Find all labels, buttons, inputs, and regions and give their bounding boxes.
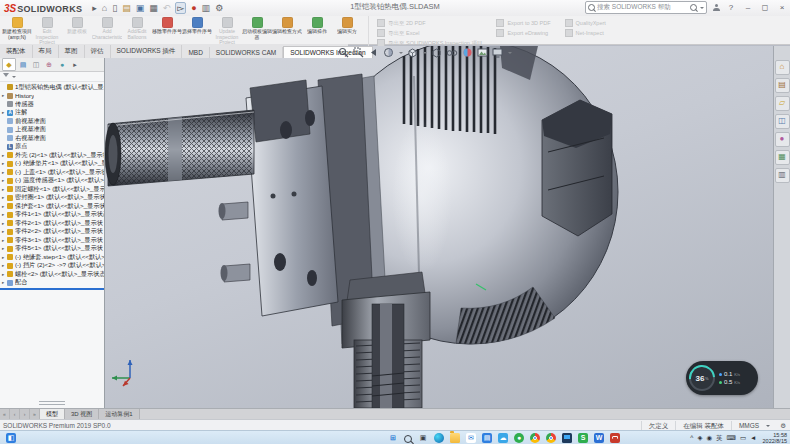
network-speed-widget[interactable]: 36 % 0.1 K/s 0.5 K/s bbox=[686, 361, 758, 395]
tab-mbd[interactable]: MBD bbox=[182, 47, 209, 58]
rollback-bar[interactable] bbox=[0, 288, 104, 290]
search-box[interactable]: 搜索 SOLIDWORKS 帮助 bbox=[585, 1, 707, 14]
tab-evaluate[interactable]: 评估 bbox=[85, 45, 111, 58]
tab-sketch[interactable]: 草图 bbox=[59, 45, 85, 58]
model-canvas[interactable] bbox=[104, 46, 773, 408]
filter-caret-icon[interactable] bbox=[12, 76, 16, 80]
tree-item-origin[interactable]: L 原点 bbox=[0, 143, 104, 152]
tray-ime-indicator[interactable]: 英 bbox=[716, 431, 723, 444]
zoom-to-fit-icon[interactable] bbox=[338, 47, 349, 58]
login-icon[interactable] bbox=[712, 4, 720, 12]
tray-chevron-up[interactable]: ^ bbox=[690, 431, 693, 444]
units-caret-icon[interactable] bbox=[766, 425, 770, 429]
previous-view-icon[interactable] bbox=[368, 47, 379, 58]
taskbar-remote-desktop-button[interactable] bbox=[562, 433, 572, 443]
tree-item-component[interactable]: ▸ 密封圈<1> (默认<<默认>_显示状 bbox=[0, 194, 104, 203]
model-right-fitting[interactable] bbox=[542, 100, 612, 236]
tree-root-assembly[interactable]: 1型铠装铂热电偶 (默认<默认_显示状态-1 bbox=[0, 83, 104, 92]
tree-item-right-plane[interactable]: 右视基准面 bbox=[0, 134, 104, 143]
new-template-button[interactable]: 新建模板 bbox=[62, 16, 92, 47]
taskbar-chrome2-button[interactable] bbox=[546, 433, 556, 443]
add-characteristic-button[interactable]: Add Characteristic bbox=[92, 16, 122, 47]
taskpane-scenes-tab[interactable]: ▦ bbox=[775, 150, 790, 165]
launch-template-editor-button[interactable]: 启动模板编辑器 bbox=[242, 16, 272, 47]
tab-addins[interactable]: SOLIDWORKS 插件 bbox=[111, 45, 183, 58]
view-settings-caret-icon[interactable] bbox=[508, 52, 512, 56]
taskbar-app-green-button[interactable]: ● bbox=[514, 433, 524, 443]
help-button[interactable]: ? bbox=[725, 1, 737, 14]
model-probe-shaft[interactable] bbox=[105, 110, 254, 186]
add-edit-balloons-button[interactable]: Add/Edit Balloons bbox=[122, 16, 152, 47]
tree-item-front-plane[interactable]: 前视基准面 bbox=[0, 117, 104, 126]
tree-item-sensors[interactable]: 传感器 bbox=[0, 100, 104, 109]
model-bottom-stem[interactable] bbox=[342, 272, 430, 408]
taskpane-resources-tab[interactable]: ⌂ bbox=[775, 60, 790, 75]
tree-item-component[interactable]: ▸ 零件2<1> (默认<<默认>_显示状 bbox=[0, 219, 104, 228]
taskpane-view-palette-tab[interactable]: ◫ bbox=[775, 114, 790, 129]
tree-item-component[interactable]: ▸ 零件5<1> (默认<<默认>_显示状 bbox=[0, 245, 104, 254]
taskpane-file-explorer-tab[interactable]: ▱ bbox=[775, 96, 790, 111]
tree-item-component[interactable]: ▸ 螺栓<2> (默认<<默认>_显示状态 bbox=[0, 270, 104, 279]
export-excel-button[interactable]: 导出至 Excel bbox=[377, 29, 482, 37]
tree-item-component[interactable]: ▸ (-) 温度传感器<1> (默认<<默认>_ bbox=[0, 177, 104, 186]
tree-item-component[interactable]: ▸ 零件2<2> (默认<<默认>_显示状 bbox=[0, 228, 104, 237]
tray-display-icon[interactable]: ▭ bbox=[740, 431, 746, 444]
undo-icon[interactable]: ↶ bbox=[163, 3, 171, 13]
tab-assembly[interactable]: 装配体 bbox=[0, 45, 33, 58]
file-properties-icon[interactable]: ▥ bbox=[202, 3, 211, 13]
print-icon[interactable]: ▦ bbox=[149, 3, 158, 13]
dimxpertmanager-tab[interactable]: ⊕ bbox=[43, 59, 55, 70]
options-gear-icon[interactable]: ⚙ bbox=[215, 3, 223, 13]
tray-keyboard-icon[interactable]: ⌨ bbox=[727, 431, 736, 444]
panel-splitter-handle[interactable] bbox=[0, 398, 104, 408]
taskbar-search-button[interactable] bbox=[404, 435, 412, 443]
tab-layout[interactable]: 布局 bbox=[33, 45, 59, 58]
section-view-icon[interactable] bbox=[383, 47, 394, 58]
open-file-icon[interactable]: ▤ bbox=[122, 3, 131, 13]
export-3d-pdf-button[interactable]: Export to 3D PDF bbox=[496, 19, 550, 27]
tree-item-history[interactable]: ▸ History bbox=[0, 92, 104, 101]
export-2d-pdf-button[interactable]: 导出至 2D PDF bbox=[377, 19, 482, 27]
update-inspection-project-button[interactable]: Update Inspection Project bbox=[212, 16, 242, 47]
minimize-button[interactable]: – bbox=[742, 1, 754, 14]
view-orientation-icon[interactable] bbox=[407, 47, 418, 58]
tray-location-icon[interactable]: ◉ bbox=[706, 431, 712, 444]
remove-balloon-numbers-button[interactable]: 移除零件序号 bbox=[152, 16, 182, 47]
tree-filter-row[interactable] bbox=[0, 72, 104, 82]
taskpane-custom-properties-tab[interactable]: ▥ bbox=[775, 168, 790, 183]
taskbar-word-button[interactable]: W bbox=[594, 433, 604, 443]
tree-item-top-plane[interactable]: 上视基准面 bbox=[0, 126, 104, 135]
view-orientation-caret-icon[interactable] bbox=[423, 52, 427, 56]
edit-appearance-icon[interactable] bbox=[462, 47, 473, 58]
rebuild-icon[interactable]: ● bbox=[191, 3, 196, 13]
net-inspect-button[interactable]: Net-Inspect bbox=[565, 29, 606, 37]
taskbar-store-button[interactable]: ▤ bbox=[482, 433, 492, 443]
qualityxpert-button[interactable]: QualityXpert bbox=[565, 19, 606, 27]
taskbar-start-button[interactable]: ⊞ bbox=[388, 433, 398, 443]
units-selector[interactable]: MMGS bbox=[731, 421, 766, 431]
tree-item-component[interactable]: ▸ (-) 绝缘垫片<1> (默认<<默认>_显 bbox=[0, 160, 104, 169]
taskbar-solidworks-button[interactable] bbox=[610, 433, 620, 443]
taskbar-chrome-button[interactable] bbox=[530, 433, 540, 443]
restore-button[interactable]: ◻ bbox=[759, 1, 771, 14]
taskbar-widgets-button[interactable]: ◧ bbox=[6, 433, 16, 443]
tree-item-component[interactable]: ▸ 固定螺栓<1> (默认<<默认>_显示 bbox=[0, 185, 104, 194]
new-inspection-project-button[interactable]: 新建检查项目 (amp;N) bbox=[2, 16, 32, 47]
status-options-gear-icon[interactable]: ⚙ bbox=[776, 421, 790, 431]
pane-expand-arrow[interactable]: ▸ bbox=[69, 59, 81, 70]
select-cursor-icon[interactable]: ▻ bbox=[175, 2, 186, 14]
tray-defender-icon[interactable]: ◈ bbox=[697, 431, 702, 444]
taskpane-design-library-tab[interactable]: ▤ bbox=[775, 78, 790, 93]
tree-item-component[interactable]: ▸ 保护套<1> (默认<<默认>_显示状 bbox=[0, 202, 104, 211]
section-view-caret-icon[interactable] bbox=[399, 52, 403, 56]
taskbar-taskview-button[interactable]: ▣ bbox=[418, 433, 428, 443]
taskbar-mail-button[interactable]: ✉ bbox=[466, 433, 476, 443]
tree-item-component[interactable]: ▸ 零件3<1> (默认<<默认>_显示状 bbox=[0, 236, 104, 245]
edit-inspection-project-button[interactable]: Edit Inspection Project bbox=[32, 16, 62, 47]
search-caret-icon[interactable] bbox=[700, 7, 704, 11]
tree-item-component[interactable]: ▸ (-) 挡片 (2)<2> ->? (默认<<默认> bbox=[0, 262, 104, 271]
hide-show-items-icon[interactable] bbox=[446, 47, 458, 58]
edit-inspection-method-button[interactable]: 编辑检查方式 bbox=[272, 16, 302, 47]
taskbar-clock[interactable]: 15:58 2022/8/15 bbox=[763, 432, 787, 444]
new-file-icon[interactable]: ▯ bbox=[112, 3, 117, 13]
